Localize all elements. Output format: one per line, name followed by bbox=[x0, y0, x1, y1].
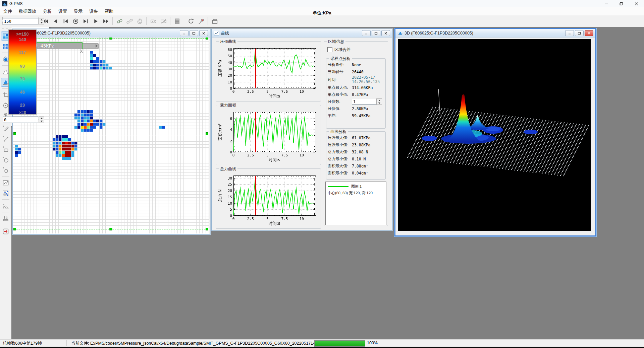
toolbar-separator bbox=[208, 17, 208, 25]
curve-analysis-row: 总力最大值:32.08 N bbox=[326, 148, 385, 155]
panel-curves-titlebar[interactable]: 曲线 bbox=[212, 29, 392, 38]
3d-view-canvas[interactable] bbox=[398, 39, 591, 231]
go-end-button[interactable] bbox=[80, 16, 91, 26]
record-video-button[interactable] bbox=[148, 16, 158, 26]
field-value: 32.08 N bbox=[352, 150, 368, 154]
region-merge-label: 区域合并 bbox=[334, 47, 351, 53]
field-value: 59.45KPa bbox=[352, 114, 370, 118]
panel-2d-titlebar[interactable]: 2D (F606025:G-F1P3D2205C00005) bbox=[13, 29, 210, 38]
legend-list: 图例 1 中心(60, 60) 宽:120, 高:120 bbox=[325, 182, 386, 225]
panel-2d-maximize-button[interactable] bbox=[190, 30, 198, 36]
scale-min-input[interactable] bbox=[3, 117, 38, 123]
reset-timer-button[interactable] bbox=[135, 16, 145, 26]
svg-text:2: 2 bbox=[4, 44, 5, 46]
scale-label-0: >=0 bbox=[9, 110, 36, 115]
curve-analysis-row: 压强最小值:23.88KPa bbox=[326, 141, 385, 148]
sample-analysis-row: 单点最大值:314.66KPa bbox=[326, 84, 385, 91]
field-label: 当前帧号: bbox=[328, 69, 352, 74]
field-label: 压强最小值: bbox=[328, 142, 352, 147]
field-value: 26440 bbox=[352, 70, 364, 74]
step-back-button[interactable] bbox=[50, 16, 60, 26]
sidebar-item-draw-rect[interactable] bbox=[1, 145, 10, 154]
panel-curves-title: 曲线 bbox=[221, 30, 362, 36]
region-merge-row[interactable]: 区域合并 bbox=[327, 47, 351, 53]
sidebar-item-baseline-drop[interactable] bbox=[1, 214, 10, 223]
stop-video-button[interactable] bbox=[158, 16, 168, 26]
panel-3d-maximize-button[interactable] bbox=[575, 30, 584, 36]
curve-analysis-row: 面积最大值:7.88cm² bbox=[326, 162, 385, 169]
sample-analysis-group: 采样点分析 分析条件:None当前帧号:26440时间:2022-05-1714… bbox=[326, 58, 386, 129]
sidebar-item-draw-line[interactable] bbox=[1, 134, 10, 143]
chart-group-3: 总力曲线 bbox=[216, 168, 321, 229]
panel-3d-close-button[interactable] bbox=[585, 30, 593, 36]
scale-label-23: 23 bbox=[9, 102, 36, 108]
quantile-input[interactable] bbox=[352, 99, 376, 105]
gradient-map-button[interactable] bbox=[172, 16, 182, 26]
app-logo-icon bbox=[2, 1, 7, 6]
window-maximize-button[interactable] bbox=[614, 0, 629, 7]
play-button[interactable] bbox=[91, 16, 101, 26]
region-info-group: 区域信息 区域合并 采样点分析 分析条件:None当前帧号:26440时间:20… bbox=[324, 41, 388, 226]
region-info-title: 区域信息 bbox=[327, 39, 345, 45]
fast-forward-button[interactable] bbox=[101, 16, 111, 26]
panel-curves-minimize-button[interactable] bbox=[362, 30, 371, 36]
toolbar-separator bbox=[184, 17, 184, 25]
panel-curves-maximize-button[interactable] bbox=[372, 30, 380, 36]
pressure-map-canvas[interactable] bbox=[13, 38, 209, 233]
curve-analysis-title: 曲线分析 bbox=[329, 129, 348, 135]
panel-3d-minimize-button[interactable] bbox=[565, 30, 574, 36]
legend-line-swatch bbox=[328, 186, 348, 187]
field-value: 0.10 N bbox=[352, 157, 366, 161]
panel-2d-close-button[interactable] bbox=[199, 30, 208, 36]
sidebar-item-draw-circle[interactable] bbox=[1, 155, 10, 164]
panel-3d-titlebar[interactable]: 3D (F606025:G-F1P3D2205C00005) bbox=[395, 29, 595, 38]
sidebar-item-draw-freehand[interactable] bbox=[1, 124, 10, 133]
scale-label-70: 70 bbox=[9, 76, 36, 81]
route-record-button[interactable] bbox=[196, 16, 206, 26]
window-minimize-button[interactable] bbox=[599, 0, 614, 7]
sidebar-item-pixel-grid[interactable] bbox=[1, 189, 10, 198]
stop-button[interactable] bbox=[70, 16, 80, 26]
field-label: 分位数: bbox=[328, 99, 352, 104]
toolbar-separator bbox=[170, 17, 170, 25]
region-merge-checkbox[interactable] bbox=[327, 47, 332, 52]
curve-analysis-row: 面积最小值:0.04cm² bbox=[326, 169, 385, 177]
link-button[interactable] bbox=[114, 16, 124, 26]
legend-entry[interactable]: 图例 1 bbox=[326, 182, 386, 190]
pressure-chart-canvas bbox=[217, 46, 319, 99]
svg-text:5: 5 bbox=[4, 47, 5, 49]
sample-analysis-row: 分位值:2.80KPa bbox=[326, 105, 385, 112]
window-close-button[interactable] bbox=[629, 0, 644, 7]
scale-min-row bbox=[3, 117, 44, 123]
field-label: 压强最大值: bbox=[328, 135, 352, 140]
unlink-button[interactable] bbox=[124, 16, 135, 26]
panel-curves-close-button[interactable] bbox=[381, 30, 390, 36]
field-label: 分析条件: bbox=[328, 62, 352, 67]
archive-button[interactable] bbox=[210, 16, 220, 26]
scale-max-input[interactable] bbox=[3, 18, 38, 24]
current-file-path: E:/PMS/codes/SMPressure_jsonCal/x64/Debu… bbox=[90, 341, 337, 346]
panel-2d-minimize-button[interactable] bbox=[180, 30, 189, 36]
status-divider bbox=[66, 340, 67, 346]
field-value: 2022-05-1714:26:50.135 bbox=[352, 75, 380, 84]
pressure-value-tooltip: 59.45KPa bbox=[29, 42, 83, 49]
window-title: G-PMS bbox=[9, 1, 22, 6]
panel-3d-title: 3D (F606025:G-F1P3D2205C00005) bbox=[405, 31, 565, 36]
quantile-spinner[interactable] bbox=[376, 98, 382, 105]
sidebar-item-draw-polygon[interactable] bbox=[1, 165, 10, 175]
refresh-button[interactable] bbox=[186, 16, 196, 26]
x-axis-label: X bbox=[80, 49, 83, 54]
go-start-button[interactable] bbox=[60, 16, 70, 26]
scale-label-117: 117 bbox=[9, 50, 36, 55]
scale-min-spinner[interactable] bbox=[39, 117, 44, 123]
sidebar-item-curve-window[interactable] bbox=[1, 178, 10, 187]
current-file: 当前文件: E:/PMS/codes/SMPressure_jsonCal/x6… bbox=[71, 341, 337, 346]
field-value: 2.80KPa bbox=[352, 107, 368, 111]
scale-max-spinner[interactable] bbox=[39, 18, 44, 24]
sidebar-separator bbox=[2, 176, 9, 177]
sidebar-separator bbox=[2, 212, 9, 212]
svg-text:3: 3 bbox=[6, 47, 7, 49]
sidebar-item-export-data[interactable] bbox=[1, 227, 10, 236]
field-value: 0.47KPa bbox=[352, 92, 368, 97]
sidebar-item-angle-measure[interactable] bbox=[1, 201, 10, 210]
